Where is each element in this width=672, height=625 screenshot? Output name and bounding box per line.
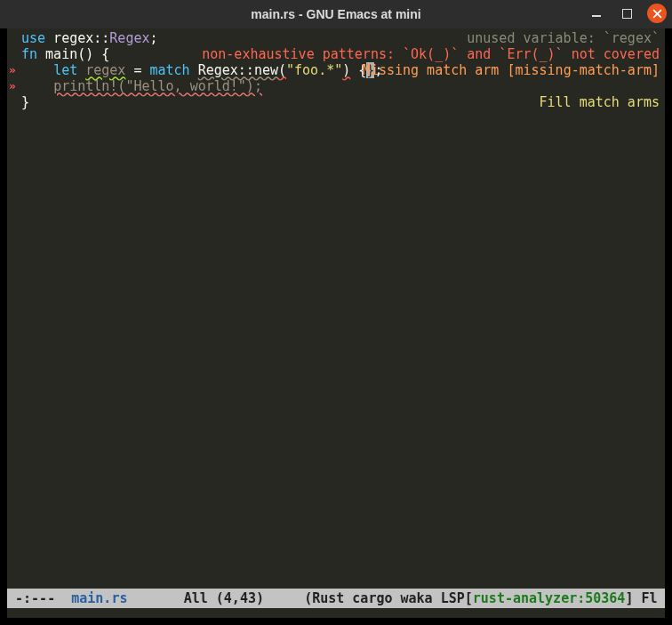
window-title: main.rs - GNU Emacs at mini — [251, 7, 420, 21]
window-controls — [587, 4, 667, 23]
space — [350, 62, 358, 78]
equals: = — [125, 62, 149, 78]
string-literal: "foo.*" — [286, 62, 342, 78]
keyword-match: match — [150, 62, 190, 78]
lparen: ( — [278, 62, 286, 78]
titlebar: main.rs - GNU Emacs at mini — [0, 0, 672, 28]
diag-missing-match-arm: Missing match arm [missing-match-arm] — [363, 62, 660, 78]
fn-new: new — [254, 62, 278, 78]
maximize-button[interactable] — [617, 4, 636, 23]
path-sep: :: — [238, 62, 254, 78]
closing-brace: } — [21, 94, 29, 110]
minimize-button[interactable] — [587, 4, 606, 23]
keyword-fn: fn — [21, 46, 37, 62]
indent — [21, 78, 53, 94]
println-call: println!("Hello, world!"); — [53, 78, 262, 94]
space — [190, 62, 198, 78]
diag-non-exhaustive: non-exhaustive patterns: `Ok(_)` and `Er… — [202, 46, 660, 62]
code-buffer[interactable]: use regex::Regex; fn main() { let regex … — [21, 30, 382, 110]
emacs-window: main.rs - GNU Emacs at mini » » use rege… — [0, 0, 672, 625]
gutter: » » — [7, 28, 21, 589]
rparen: ) — [342, 62, 350, 78]
keyword-use: use — [21, 30, 45, 46]
close-icon — [652, 9, 662, 19]
modeline-modes: (Rust cargo waka LSP[ — [304, 590, 473, 606]
keyword-let: let — [53, 62, 77, 78]
type-regex: Regex — [198, 62, 238, 78]
modeline-status: -:--- — [7, 590, 63, 606]
path-segment: regex:: — [45, 30, 109, 46]
minibuffer[interactable] — [7, 608, 665, 618]
space — [77, 62, 85, 78]
modeline[interactable]: -:--- main.rs All (4,43) (Rust cargo wak… — [7, 589, 665, 608]
modeline-rust-analyzer[interactable]: rust-analyzer:50364 — [473, 590, 626, 606]
modeline-modes-tail: ] Fl — [625, 590, 657, 606]
indent — [21, 62, 53, 78]
error-fringe-marker: » — [9, 78, 16, 94]
modeline-buffer-name[interactable]: main.rs — [63, 590, 135, 606]
code-action-fill-arms[interactable]: Fill match arms — [540, 94, 660, 110]
semicolon: ; — [150, 30, 158, 46]
diag-unused-variable: unused variable: `regex` — [467, 30, 660, 46]
editor-area[interactable]: » » use regex::Regex; fn main() { let re… — [7, 28, 665, 589]
error-fringe-marker: » — [9, 62, 16, 78]
fn-signature: main() { — [37, 46, 109, 62]
type-regex: Regex — [109, 30, 149, 46]
var-regex: regex — [85, 62, 125, 78]
modeline-position: All (4,43) — [136, 590, 305, 606]
close-button[interactable] — [647, 4, 667, 23]
